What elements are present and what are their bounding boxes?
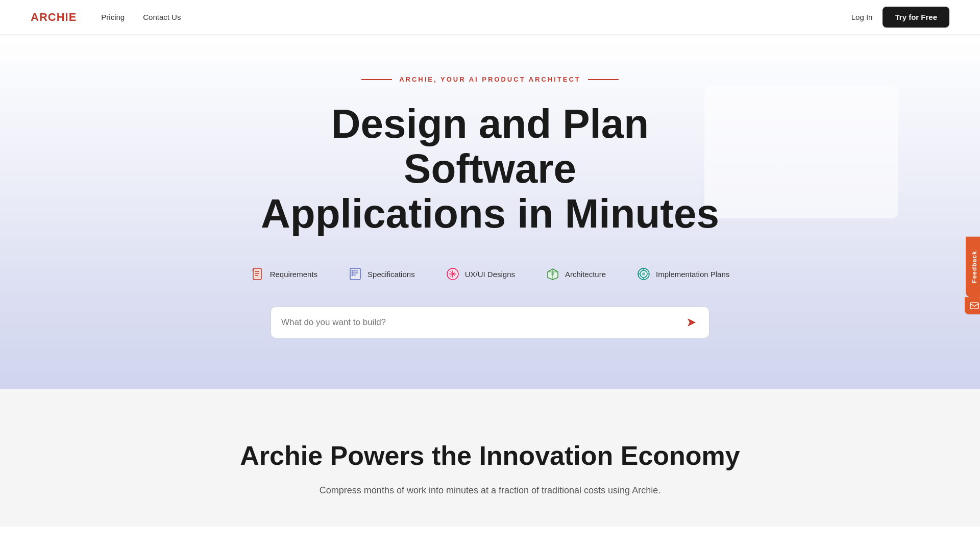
- implementation-label: Implementation Plans: [656, 270, 729, 279]
- svg-point-15: [551, 272, 554, 276]
- hero-section: ARCHIE, YOUR AI PRODUCT ARCHITECT Design…: [0, 35, 980, 389]
- svg-point-18: [642, 272, 645, 276]
- feature-uxui: UX/UI Designs: [446, 267, 515, 281]
- try-free-button[interactable]: Try for Free: [883, 7, 949, 28]
- below-fold-section: Archie Powers the Innovation Economy Com…: [0, 389, 980, 527]
- feedback-tab[interactable]: Feedback: [965, 236, 980, 314]
- feature-specifications: Specifications: [348, 267, 415, 281]
- feature-requirements: Requirements: [251, 267, 317, 281]
- feature-architecture: Architecture: [546, 267, 606, 281]
- svg-point-10: [352, 272, 353, 274]
- tagline-line-right: [588, 79, 619, 80]
- svg-rect-24: [970, 303, 978, 309]
- feedback-icon-box: [965, 297, 980, 315]
- features-row: Requirements Specifications: [251, 267, 730, 281]
- nav-left: ARCHIE Pricing Contact Us: [31, 11, 181, 24]
- specifications-label: Specifications: [368, 270, 415, 279]
- nav-links: Pricing Contact Us: [101, 13, 181, 21]
- svg-rect-5: [350, 268, 360, 280]
- nav-link-pricing[interactable]: Pricing: [101, 13, 125, 21]
- hero-title: Design and Plan Software Applications in…: [260, 102, 720, 236]
- implementation-icon: [636, 267, 651, 281]
- svg-marker-23: [688, 318, 696, 327]
- below-fold-subtitle: Compress months of work into minutes at …: [320, 485, 660, 496]
- navbar: ARCHIE Pricing Contact Us Log In Try for…: [0, 0, 980, 35]
- architecture-icon: [546, 267, 560, 281]
- requirements-label: Requirements: [270, 270, 317, 279]
- search-input[interactable]: [281, 317, 684, 328]
- specifications-icon: [348, 267, 362, 281]
- below-fold-title: Archie Powers the Innovation Economy: [240, 440, 740, 471]
- nav-link-contact[interactable]: Contact Us: [143, 13, 181, 21]
- svg-rect-4: [252, 269, 254, 271]
- tagline-text: ARCHIE, YOUR AI PRODUCT ARCHITECT: [399, 76, 581, 83]
- nav-right: Log In Try for Free: [851, 7, 949, 28]
- login-button[interactable]: Log In: [851, 13, 873, 21]
- uxui-label: UX/UI Designs: [465, 270, 515, 279]
- tagline-line-left: [361, 79, 392, 80]
- svg-point-11: [352, 274, 353, 276]
- feature-implementation: Implementation Plans: [636, 267, 729, 281]
- email-icon: [970, 303, 979, 310]
- svg-rect-0: [253, 268, 261, 280]
- uxui-icon: [446, 267, 460, 281]
- logo: ARCHIE: [31, 11, 77, 24]
- feedback-label[interactable]: Feedback: [966, 236, 980, 297]
- search-box: [271, 307, 709, 338]
- search-submit-button[interactable]: [684, 315, 699, 330]
- architecture-label: Architecture: [565, 270, 606, 279]
- tagline-row: ARCHIE, YOUR AI PRODUCT ARCHITECT: [361, 76, 619, 83]
- svg-point-9: [352, 270, 353, 272]
- submit-arrow-icon: [684, 315, 699, 330]
- requirements-icon: [251, 267, 265, 281]
